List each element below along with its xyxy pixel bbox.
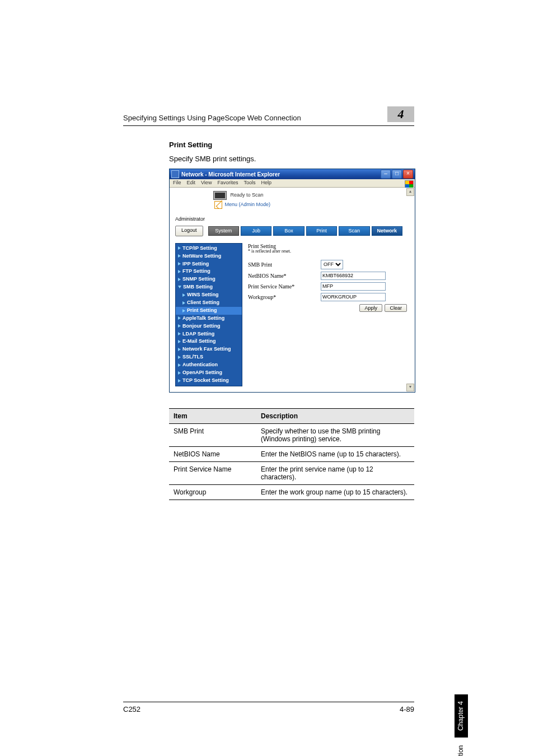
chapter-number-box: 4 xyxy=(387,106,414,122)
panel-note: * is reflected after reset. xyxy=(248,249,409,254)
tab-print[interactable]: Print xyxy=(306,226,337,236)
close-button[interactable]: × xyxy=(403,170,413,179)
cell-item: NetBIOS Name xyxy=(169,446,256,461)
nav-auth[interactable]: Authentication xyxy=(176,361,242,369)
nav-smb[interactable]: SMB Setting xyxy=(176,283,242,291)
nav-bonjour[interactable]: Bonjour Setting xyxy=(176,323,242,330)
workgroup-label: Workgroup* xyxy=(248,294,321,300)
smb-print-label: SMB Print xyxy=(248,262,321,268)
cell-item: Workgroup xyxy=(169,484,256,500)
device-icon xyxy=(213,191,227,200)
nav-tcpsocket[interactable]: TCP Socket Setting xyxy=(176,377,242,385)
page-footer: C252 4-89 xyxy=(123,705,414,713)
cell-desc: Enter the work group name (up to 15 char… xyxy=(256,484,414,500)
menu-favorites[interactable]: Favorites xyxy=(217,180,238,186)
table-row: NetBIOS Name Enter the NetBIOS name (up … xyxy=(169,446,414,461)
print-service-label: Print Service Name* xyxy=(248,283,321,290)
nav-ldap[interactable]: LDAP Setting xyxy=(176,330,242,338)
side-tab-label: Specifying Settings Using PageScope Web … xyxy=(455,738,468,756)
cell-desc: Enter the NetBIOS name (up to 15 charact… xyxy=(256,446,414,461)
menu-tools[interactable]: Tools xyxy=(243,180,255,186)
netbios-label: NetBIOS Name* xyxy=(248,273,321,279)
menu-help[interactable]: Help xyxy=(261,180,271,186)
menu-edit[interactable]: Edit xyxy=(187,180,196,186)
scroll-down-icon[interactable]: ▾ xyxy=(406,384,414,391)
nav-smb-wins[interactable]: WINS Setting xyxy=(176,291,242,299)
logout-button[interactable]: Logout xyxy=(175,226,203,236)
nav-tcpip[interactable]: TCP/IP Setting xyxy=(176,245,242,253)
table-row: SMB Print Specify whether to use the SMB… xyxy=(169,423,414,446)
description-table: Item Description SMB Print Specify wheth… xyxy=(169,408,414,500)
ie-throbber-icon xyxy=(405,180,414,188)
nav-smb-client[interactable]: Client Setting xyxy=(176,299,242,307)
apply-button[interactable]: Apply xyxy=(359,304,382,312)
side-tab: Specifying Settings Using PageScope Web … xyxy=(455,694,468,756)
device-status: Ready to Scan xyxy=(231,192,264,198)
nav-netfax[interactable]: Network Fax Setting xyxy=(176,346,242,353)
nav-appletalk[interactable]: AppleTalk Setting xyxy=(176,315,242,323)
header-rule xyxy=(123,125,414,126)
footer-right: 4-89 xyxy=(400,705,414,713)
menubar: File Edit View Favorites Tools Help xyxy=(170,179,415,188)
nav-ipp[interactable]: IPP Setting xyxy=(176,260,242,268)
tab-system[interactable]: System xyxy=(208,226,239,236)
workgroup-input[interactable] xyxy=(321,293,386,301)
nav-netware[interactable]: NetWare Setting xyxy=(176,253,242,260)
running-head: Specifying Settings Using PageScope Web … xyxy=(123,114,301,122)
main-panel: Print Setting * is reflected after reset… xyxy=(248,243,409,386)
maximize-button[interactable]: □ xyxy=(392,170,402,179)
tab-job[interactable]: Job xyxy=(241,226,271,236)
th-desc: Description xyxy=(256,408,414,423)
nav-snmp[interactable]: SNMP Setting xyxy=(176,276,242,283)
ie-icon xyxy=(171,170,179,178)
menu-file[interactable]: File xyxy=(173,180,181,186)
footer-rule xyxy=(123,702,414,702)
table-row: Workgroup Enter the work group name (up … xyxy=(169,484,414,500)
menu-view[interactable]: View xyxy=(201,180,212,186)
window-title: Network - Microsoft Internet Explorer xyxy=(181,171,381,178)
netbios-input[interactable] xyxy=(321,272,386,280)
section-title: Print Setting xyxy=(169,141,414,149)
cell-desc: Specify whether to use the SMB printing … xyxy=(256,423,414,446)
nav-smb-print[interactable]: Print Setting xyxy=(176,307,242,315)
nav-ssl[interactable]: SSL/TLS xyxy=(176,353,242,361)
admin-label: Administrator xyxy=(170,209,415,226)
side-nav: TCP/IP Setting NetWare Setting IPP Setti… xyxy=(175,243,242,386)
menu-mode-label: Menu (Admin Mode) xyxy=(225,202,271,207)
cell-desc: Enter the print service name (up to 12 c… xyxy=(256,461,414,484)
titlebar: Network - Microsoft Internet Explorer – … xyxy=(170,169,415,179)
nav-openapi[interactable]: OpenAPI Setting xyxy=(176,369,242,377)
cell-item: SMB Print xyxy=(169,423,256,446)
tab-box[interactable]: Box xyxy=(273,226,304,236)
nav-email[interactable]: E-Mail Setting xyxy=(176,338,242,346)
browser-window: Network - Microsoft Internet Explorer – … xyxy=(169,169,415,393)
minimize-button[interactable]: – xyxy=(381,170,391,179)
scroll-up-icon[interactable]: ▴ xyxy=(406,188,414,196)
clear-button[interactable]: Clear xyxy=(385,304,407,312)
cell-item: Print Service Name xyxy=(169,461,256,484)
side-tab-chapter: Chapter 4 xyxy=(455,694,468,738)
nav-ftp[interactable]: FTP Setting xyxy=(176,268,242,276)
table-row: Print Service Name Enter the print servi… xyxy=(169,461,414,484)
th-item: Item xyxy=(169,408,256,423)
tab-network[interactable]: Network xyxy=(372,226,402,236)
print-service-input[interactable] xyxy=(321,282,386,291)
tab-scan[interactable]: Scan xyxy=(339,226,369,236)
brand-icon xyxy=(214,201,222,209)
smb-print-select[interactable]: OFF xyxy=(321,260,343,269)
section-body: Specify SMB print settings. xyxy=(169,155,414,163)
footer-left: C252 xyxy=(123,705,140,713)
